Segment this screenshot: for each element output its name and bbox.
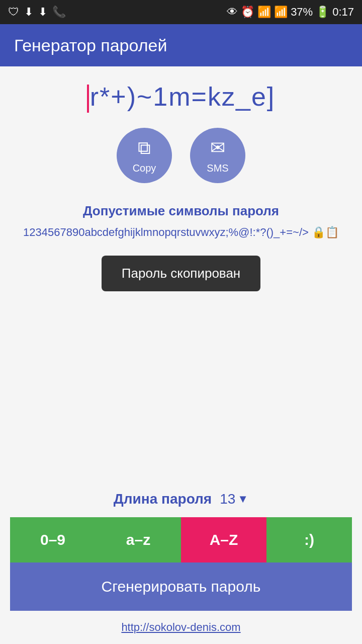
length-label: Длина пароля <box>114 491 212 507</box>
password-text: r*+)~1m=kz_e] <box>87 82 276 113</box>
sms-button[interactable]: ✉ SMS <box>190 128 245 183</box>
battery-icon: 🔋 <box>316 6 329 19</box>
special-button[interactable]: :) <box>266 517 352 562</box>
shield-icon: 🛡 <box>8 6 19 19</box>
allowed-chars-title: Допустимые символы пароля <box>10 203 352 219</box>
status-right-info: 👁 ⏰ 📶 📶 37% 🔋 0:17 <box>227 6 354 19</box>
eye-icon: 👁 <box>227 6 238 19</box>
copy-button[interactable]: ⧉ Copy <box>117 128 172 183</box>
download-icon-2: ⬇ <box>38 6 47 19</box>
digits-button[interactable]: 0–9 <box>10 517 96 562</box>
app-title: Генератор паролей <box>14 36 167 55</box>
clock: 0:17 <box>332 6 354 19</box>
copy-icon: ⧉ <box>138 137 151 158</box>
sms-icon: ✉ <box>210 137 225 158</box>
footer: http://sokolov-denis.com <box>0 611 362 644</box>
sms-label: SMS <box>207 163 228 174</box>
signal-icon: 📶 <box>274 6 288 19</box>
toast-notification: Пароль скопирован <box>102 256 260 291</box>
action-buttons: ⧉ Copy ✉ SMS <box>117 128 245 183</box>
cursor <box>87 85 89 113</box>
app-bar: Генератор паролей <box>0 24 362 66</box>
generate-label: Сгенерировать пароль <box>102 578 261 595</box>
status-bar: 🛡 ⬇ ⬇ 📞 👁 ⏰ 📶 📶 37% 🔋 0:17 <box>0 0 362 24</box>
main-content: r*+)~1m=kz_e] ⧉ Copy ✉ SMS Допустимые си… <box>0 66 362 611</box>
uppercase-button[interactable]: A–Z <box>181 517 266 562</box>
password-display: r*+)~1m=kz_e] <box>10 82 352 113</box>
copy-label: Copy <box>133 163 156 174</box>
length-value[interactable]: 13 ▼ <box>220 491 248 507</box>
lowercase-button[interactable]: a–z <box>96 517 181 562</box>
wifi-icon: 📶 <box>257 6 271 19</box>
password-length-row: Длина пароля 13 ▼ <box>10 491 352 507</box>
toast-message: Пароль скопирован <box>122 266 240 281</box>
footer-link[interactable]: http://sokolov-denis.com <box>121 621 240 633</box>
download-icon: ⬇ <box>24 6 33 19</box>
allowed-chars-section: Допустимые символы пароля 1234567890abcd… <box>10 203 352 240</box>
battery-percent: 37% <box>291 6 313 19</box>
viber-icon: 📞 <box>52 6 66 19</box>
dropdown-arrow-icon: ▼ <box>237 493 248 506</box>
char-type-row: 0–9 a–z A–Z :) <box>10 517 352 562</box>
alarm-icon: ⏰ <box>241 6 254 19</box>
status-left-icons: 🛡 ⬇ ⬇ 📞 <box>8 6 66 19</box>
generate-button[interactable]: Сгенерировать пароль <box>10 562 352 611</box>
allowed-chars-text: 1234567890abcdefghijklmnopqrstuvwxyz;%@!… <box>10 224 352 240</box>
